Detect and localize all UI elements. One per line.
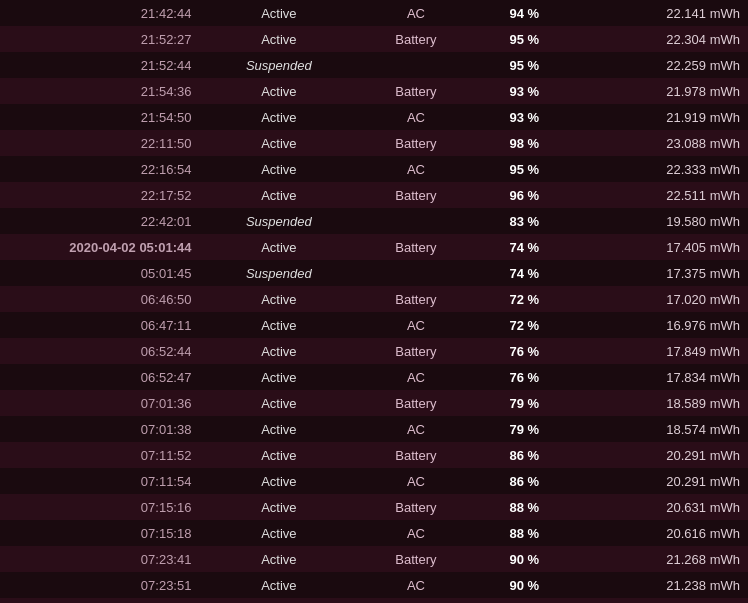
state-cell: Suspended <box>199 208 358 234</box>
percent-cell: 96 % <box>474 182 575 208</box>
state-cell: Active <box>199 0 358 26</box>
state-cell: Active <box>199 520 358 546</box>
state-cell: Active <box>199 442 358 468</box>
power-cell: 21.978 mWh <box>575 78 748 104</box>
table-row: 2020-04-02 05:01:44ActiveBattery74 %17.4… <box>0 234 748 260</box>
table-row: 21:52:44Suspended95 %22.259 mWh <box>0 52 748 78</box>
power-cell: 16.976 mWh <box>575 312 748 338</box>
power-cell: 17.834 mWh <box>575 364 748 390</box>
source-cell: Battery <box>358 390 473 416</box>
datetime-cell: 22:42:01 <box>0 208 199 234</box>
table-row: 07:31:44ActiveBattery93 %21.860 mWh <box>0 598 748 603</box>
state-cell: Suspended <box>199 260 358 286</box>
source-cell: Battery <box>358 130 473 156</box>
source-cell <box>358 260 473 286</box>
power-cell: 21.268 mWh <box>575 546 748 572</box>
source-cell: AC <box>358 364 473 390</box>
source-cell: Battery <box>358 338 473 364</box>
power-cell: 17.849 mWh <box>575 338 748 364</box>
datetime-cell: 07:15:16 <box>0 494 199 520</box>
power-cell: 22.333 mWh <box>575 156 748 182</box>
power-cell: 20.631 mWh <box>575 494 748 520</box>
percent-cell: 76 % <box>474 364 575 390</box>
datetime-cell: 06:52:47 <box>0 364 199 390</box>
percent-cell: 86 % <box>474 442 575 468</box>
source-cell: Battery <box>358 182 473 208</box>
datetime-cell: 07:01:38 <box>0 416 199 442</box>
percent-cell: 86 % <box>474 468 575 494</box>
state-cell: Active <box>199 546 358 572</box>
datetime-cell: 21:52:44 <box>0 52 199 78</box>
power-cell: 22.141 mWh <box>575 0 748 26</box>
table-row: 07:15:16ActiveBattery88 %20.631 mWh <box>0 494 748 520</box>
source-cell <box>358 208 473 234</box>
state-cell: Active <box>199 286 358 312</box>
table-row: 21:54:50ActiveAC93 %21.919 mWh <box>0 104 748 130</box>
percent-cell: 79 % <box>474 390 575 416</box>
table-row: 21:42:44ActiveAC94 %22.141 mWh <box>0 0 748 26</box>
table-row: 07:01:36ActiveBattery79 %18.589 mWh <box>0 390 748 416</box>
source-cell: Battery <box>358 234 473 260</box>
table-row: 06:52:44ActiveBattery76 %17.849 mWh <box>0 338 748 364</box>
table-row: 21:52:27ActiveBattery95 %22.304 mWh <box>0 26 748 52</box>
datetime-cell: 06:52:44 <box>0 338 199 364</box>
table-row: 06:46:50ActiveBattery72 %17.020 mWh <box>0 286 748 312</box>
power-cell: 21.919 mWh <box>575 104 748 130</box>
state-cell: Active <box>199 78 358 104</box>
percent-cell: 74 % <box>474 234 575 260</box>
state-cell: Active <box>199 156 358 182</box>
source-cell: Battery <box>358 494 473 520</box>
percent-cell: 95 % <box>474 26 575 52</box>
state-cell: Active <box>199 494 358 520</box>
power-cell: 18.574 mWh <box>575 416 748 442</box>
source-cell: AC <box>358 520 473 546</box>
percent-cell: 94 % <box>474 0 575 26</box>
table-row: 22:11:50ActiveBattery98 %23.088 mWh <box>0 130 748 156</box>
table-row: 22:42:01Suspended83 %19.580 mWh <box>0 208 748 234</box>
percent-cell: 95 % <box>474 52 575 78</box>
percent-cell: 74 % <box>474 260 575 286</box>
percent-cell: 93 % <box>474 598 575 603</box>
source-cell: Battery <box>358 442 473 468</box>
state-cell: Active <box>199 26 358 52</box>
datetime-cell: 21:52:27 <box>0 26 199 52</box>
percent-cell: 79 % <box>474 416 575 442</box>
power-cell: 19.580 mWh <box>575 208 748 234</box>
datetime-cell: 22:11:50 <box>0 130 199 156</box>
datetime-cell: 05:01:45 <box>0 260 199 286</box>
percent-cell: 90 % <box>474 546 575 572</box>
datetime-cell: 2020-04-02 05:01:44 <box>0 234 199 260</box>
percent-cell: 98 % <box>474 130 575 156</box>
state-cell: Active <box>199 416 358 442</box>
power-cell: 18.589 mWh <box>575 390 748 416</box>
state-cell: Suspended <box>199 52 358 78</box>
state-cell: Active <box>199 390 358 416</box>
source-cell: AC <box>358 468 473 494</box>
datetime-cell: 06:47:11 <box>0 312 199 338</box>
power-log-table: 21:42:44ActiveAC94 %22.141 mWh21:52:27Ac… <box>0 0 748 603</box>
datetime-cell: 07:23:41 <box>0 546 199 572</box>
source-cell: AC <box>358 312 473 338</box>
percent-cell: 95 % <box>474 156 575 182</box>
table-row: 07:11:54ActiveAC86 %20.291 mWh <box>0 468 748 494</box>
percent-cell: 72 % <box>474 312 575 338</box>
source-cell: Battery <box>358 286 473 312</box>
datetime-cell: 07:01:36 <box>0 390 199 416</box>
state-cell: Active <box>199 572 358 598</box>
power-cell: 22.259 mWh <box>575 52 748 78</box>
percent-cell: 93 % <box>474 78 575 104</box>
datetime-cell: 22:16:54 <box>0 156 199 182</box>
datetime-cell: 21:54:50 <box>0 104 199 130</box>
power-cell: 17.405 mWh <box>575 234 748 260</box>
source-cell: Battery <box>358 26 473 52</box>
percent-cell: 88 % <box>474 494 575 520</box>
table-row: 07:15:18ActiveAC88 %20.616 mWh <box>0 520 748 546</box>
table-row: 07:11:52ActiveBattery86 %20.291 mWh <box>0 442 748 468</box>
state-cell: Active <box>199 468 358 494</box>
datetime-cell: 22:17:52 <box>0 182 199 208</box>
table-row: 07:23:41ActiveBattery90 %21.268 mWh <box>0 546 748 572</box>
percent-cell: 88 % <box>474 520 575 546</box>
state-cell: Active <box>199 338 358 364</box>
state-cell: Active <box>199 312 358 338</box>
datetime-cell: 06:46:50 <box>0 286 199 312</box>
